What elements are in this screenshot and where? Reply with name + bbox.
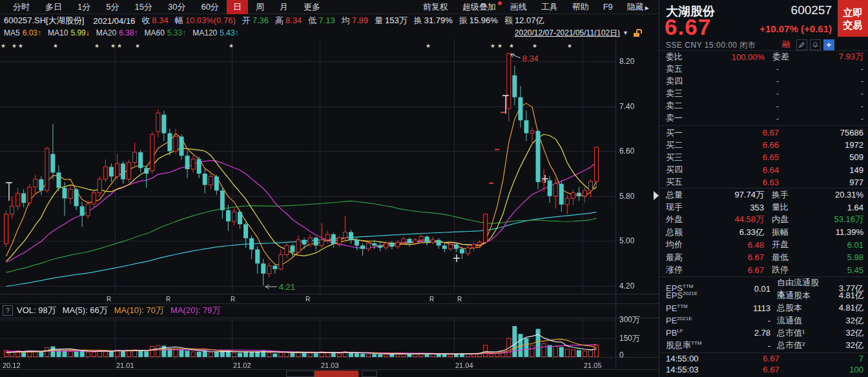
tab-5分[interactable]: 5分 [98, 0, 127, 14]
menu-帮助[interactable]: 帮助 [565, 0, 596, 14]
ask-row[interactable]: 卖一-- [659, 112, 868, 125]
edit-pencil-icon[interactable] [796, 39, 807, 50]
info-field-额: 额12.07亿 [504, 15, 544, 26]
stat-value: 97.74万 [694, 189, 764, 201]
help-icon[interactable]: ? [3, 305, 13, 316]
ask-row[interactable]: 卖四-- [659, 75, 868, 87]
info-field-value: 10.03%(0.76) [185, 15, 236, 25]
main-chart-canvas[interactable] [0, 39, 659, 369]
quote-info-bar: 600257.SH[大湖股份] 2021/04/16 收8.34幅10.03%(… [0, 14, 659, 27]
scrollbar-segment[interactable] [286, 371, 315, 377]
menu-超级叠加[interactable]: 超级叠加 [455, 0, 503, 14]
bid-volume: 977 [779, 178, 863, 187]
stat-value: 5.45 [794, 265, 863, 275]
stat-label: 量比 [764, 201, 794, 213]
ma-item-MA5: MA56.03↑ [4, 28, 41, 37]
ask-volume: - [779, 88, 863, 98]
stat-label: 最低 [764, 252, 794, 263]
info-field-label: 额 [504, 15, 513, 25]
ma-value: 6.38↑ [119, 28, 138, 37]
ma-label: MA10 [48, 28, 68, 37]
bid-row[interactable]: 买五6.63977 [659, 176, 868, 188]
tab-15分[interactable]: 15分 [127, 0, 160, 14]
fundamental-value2: 32亿 [822, 340, 863, 351]
bid-volume: 509 [779, 152, 863, 162]
bid-price: 6.66 [694, 140, 779, 150]
add-watchlist-icon[interactable] [823, 39, 834, 50]
bid-row[interactable]: 买二6.661972 [659, 139, 868, 151]
bid-price: 6.67 [694, 128, 779, 138]
bid-row[interactable]: 买一6.6775686 [659, 127, 868, 139]
scrollbar-thumb[interactable] [315, 371, 358, 377]
exchange-status: SSE CNY 15:00:00 闭市 [666, 40, 756, 51]
info-field-value: 7.36 [253, 15, 269, 25]
alert-bell-icon[interactable] [810, 39, 821, 50]
tab-周[interactable]: 周 [248, 0, 272, 14]
stat-value: 20.31% [794, 190, 863, 199]
menu-前复权[interactable]: 前复权 [416, 0, 455, 14]
chevron-down-icon[interactable]: ▼ [623, 30, 628, 36]
menu-工具[interactable]: 工具 [534, 0, 565, 14]
tab-分时[interactable]: 分时 [5, 0, 37, 14]
ask-row[interactable]: 卖二-- [659, 100, 868, 112]
period-tabs: 分时多日1分5分15分30分60分日周月更多 [5, 0, 328, 14]
weibi-value: 100.00% [694, 52, 765, 62]
stat-row: 总量97.74万换手20.31% [659, 188, 868, 201]
ask-label: 卖一 [666, 112, 694, 124]
trade-now-button[interactable]: 立即 交易 [838, 0, 868, 37]
menu-F9[interactable]: F9 [596, 0, 620, 14]
stat-label: 最高 [666, 252, 694, 263]
quote-action-icons: 融 [782, 39, 834, 50]
info-field-label: 高 [275, 15, 284, 25]
stat-label: 换手 [764, 189, 794, 201]
ma-value: 5.43↑ [220, 28, 238, 37]
ma-item-MA10: MA105.99↓ [48, 28, 90, 37]
fundamental-row: PE2021E-流通值32亿 [659, 314, 868, 327]
ma-value: 6.03↑ [23, 28, 41, 37]
bid-row[interactable]: 买四6.64149 [659, 164, 868, 176]
stat-label: 均价 [666, 239, 694, 250]
tab-多日[interactable]: 多日 [37, 0, 70, 14]
tab-更多[interactable]: 更多 [296, 0, 328, 14]
info-fields: 收8.34幅10.03%(0.76)开7.36高8.34低7.13均7.89量1… [141, 15, 550, 26]
info-field-label: 振 [459, 15, 468, 25]
stat-row: 现手353量比1.64 [659, 201, 868, 213]
ma-item-MA20: MA206.38↑ [96, 28, 138, 37]
unlock-icon[interactable] [634, 29, 641, 37]
order-book: 卖五--卖四--卖三--卖二--卖一--买一6.6775686买二6.66197… [659, 63, 868, 188]
fundamental-label: EPS2021E [666, 290, 714, 300]
scrollbar-handle[interactable] [362, 371, 377, 377]
chart-scrollbar[interactable] [0, 369, 659, 377]
date-range-link[interactable]: 2020/12/07-2021/05/11(102日) [515, 28, 620, 39]
book-divider [659, 125, 868, 126]
info-field-换: 换31.79% [414, 15, 453, 26]
tick-row: 14:55:006.677 [659, 353, 868, 364]
tab-1分[interactable]: 1分 [70, 0, 98, 14]
tab-月[interactable]: 月 [272, 0, 296, 14]
stat-value: 6.48 [694, 240, 764, 250]
ma-label: MA5 [4, 28, 20, 37]
bid-volume: 149 [779, 165, 863, 175]
menu-画线[interactable]: 画线 [503, 0, 534, 14]
panel-collapse-arrow-icon[interactable] [654, 191, 659, 200]
tab-日[interactable]: 日 [227, 0, 248, 14]
bid-row[interactable]: 买三6.65509 [659, 151, 868, 163]
bid-label: 买二 [666, 139, 694, 151]
weicha-value: 7.93万 [793, 51, 863, 63]
ask-row[interactable]: 卖三-- [659, 87, 868, 99]
info-field-均: 均7.89 [342, 15, 368, 26]
ask-label: 卖三 [666, 88, 694, 99]
ask-row[interactable]: 卖五-- [659, 63, 868, 75]
quote-panel: 大湖股份 600257 立即 交易 6.67 +10.07% (+0.61) S… [659, 0, 868, 377]
tab-60分[interactable]: 60分 [193, 0, 226, 14]
ask-volume: - [779, 64, 863, 74]
menu-隐藏[interactable]: 隐藏▶ [620, 0, 656, 14]
tick-time: 14:55:03 [666, 365, 724, 374]
info-field-value: 7.89 [352, 15, 368, 25]
ma-value: 5.99↓ [70, 28, 89, 37]
tab-30分[interactable]: 30分 [160, 0, 193, 14]
ma-item-MA120: MA1205.43↑ [192, 28, 238, 37]
ma-indicator-bar: MA56.03↑MA105.99↓MA206.38↑MA605.33↑MA120… [0, 27, 659, 39]
ma-value: 5.33↑ [167, 28, 186, 37]
bid-volume: 75686 [779, 128, 863, 138]
